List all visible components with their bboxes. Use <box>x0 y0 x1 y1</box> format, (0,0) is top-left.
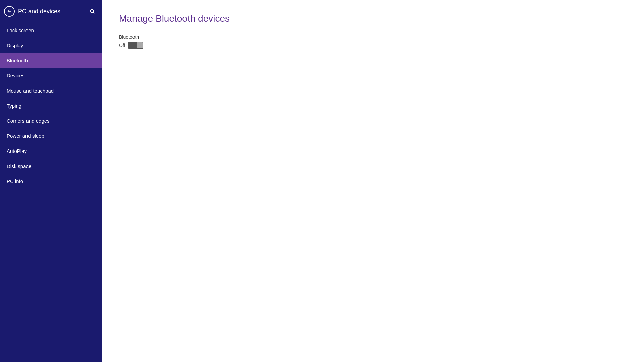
bluetooth-toggle[interactable] <box>128 42 143 49</box>
sidebar-item-display[interactable]: Display <box>0 38 102 53</box>
sidebar-item-disk-space[interactable]: Disk space <box>0 159 102 174</box>
back-button[interactable] <box>4 6 15 17</box>
sidebar-item-power-and-sleep[interactable]: Power and sleep <box>0 128 102 143</box>
bluetooth-toggle-row: Off <box>119 42 627 49</box>
bluetooth-section: Bluetooth Off <box>119 34 627 49</box>
sidebar-item-corners-and-edges[interactable]: Corners and edges <box>0 113 102 128</box>
sidebar: PC and devices Lock screen Display Bluet… <box>0 0 102 362</box>
sidebar-item-typing[interactable]: Typing <box>0 98 102 113</box>
sidebar-item-bluetooth[interactable]: Bluetooth <box>0 53 102 68</box>
page-title: Manage Bluetooth devices <box>119 13 627 24</box>
nav-list: Lock screen Display Bluetooth Devices Mo… <box>0 23 102 189</box>
bluetooth-setting-label: Bluetooth <box>119 34 627 40</box>
sidebar-item-pc-info[interactable]: PC info <box>0 174 102 189</box>
sidebar-item-autoplay[interactable]: AutoPlay <box>0 143 102 159</box>
sidebar-item-lock-screen[interactable]: Lock screen <box>0 23 102 38</box>
bluetooth-status-label: Off <box>119 43 125 48</box>
sidebar-item-devices[interactable]: Devices <box>0 68 102 83</box>
sidebar-title: PC and devices <box>18 8 84 15</box>
sidebar-item-mouse-and-touchpad[interactable]: Mouse and touchpad <box>0 83 102 98</box>
main-content: Manage Bluetooth devices Bluetooth Off <box>102 0 644 362</box>
toggle-thumb <box>137 42 143 48</box>
search-button[interactable] <box>88 7 97 16</box>
sidebar-header: PC and devices <box>0 0 102 23</box>
